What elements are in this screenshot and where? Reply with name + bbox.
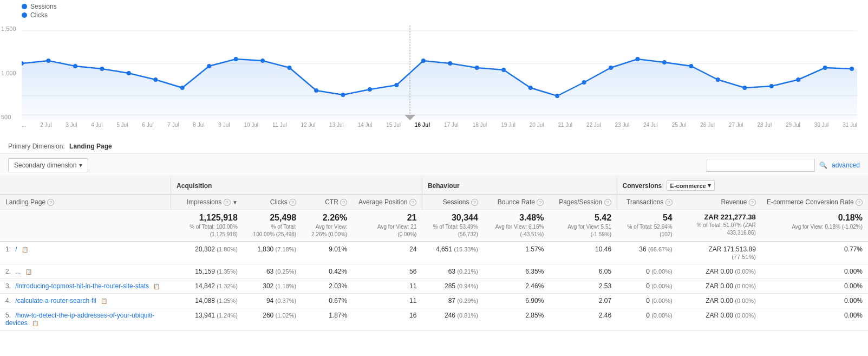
cell-impressions: 14,088 (1.25%) — [171, 294, 243, 308]
behaviour-section-header: Behaviour — [422, 177, 617, 195]
cell-ctr: 0.42% — [302, 264, 353, 279]
sort-desc-icon[interactable]: ▼ — [232, 199, 238, 205]
col-sessions: Sessions ? — [422, 195, 483, 210]
cell-sessions: 4,651 (15.33%) — [422, 242, 483, 264]
page-link[interactable]: /calculate-a-router-search-fil — [15, 297, 96, 305]
copy-icon[interactable]: 📋 — [101, 298, 107, 304]
svg-point-32 — [769, 84, 774, 88]
impressions-help-icon[interactable]: ? — [224, 199, 231, 206]
row-number: 1. — [5, 245, 11, 253]
cell-avg-pos: 11 — [353, 279, 422, 294]
cell-clicks: 260 (1.02%) — [243, 308, 302, 331]
data-table: Acquisition Behaviour Conversions E-comm… — [0, 177, 868, 331]
cell-pages-session: 10.46 — [549, 242, 617, 264]
cell-ecomm-rate: 0.00% — [761, 264, 868, 279]
copy-icon[interactable]: 📋 — [25, 269, 32, 275]
cell-landing-page: 2. ... 📋 — [0, 264, 171, 279]
cell-clicks: 302 (1.18%) — [243, 279, 302, 294]
col-pages-session: Pages/Session ? — [549, 195, 617, 210]
row-number: 2. — [5, 268, 11, 275]
cell-sessions: 246 (0.81%) — [422, 308, 483, 331]
cell-transactions: 0 (0.00%) — [617, 279, 678, 294]
ecomm-help-icon[interactable]: ? — [856, 199, 863, 206]
ecommerce-dropdown[interactable]: E-commerce ▾ — [667, 182, 715, 190]
cell-ecomm-rate: 0.00% — [761, 294, 868, 308]
svg-point-26 — [609, 66, 613, 70]
search-icon[interactable]: 🔍 — [819, 161, 827, 169]
bounce-help-icon[interactable]: ? — [537, 199, 544, 206]
clicks-legend-dot — [22, 12, 27, 18]
cell-impressions: 15,159 (1.35%) — [171, 264, 243, 279]
cell-ctr: 1.87% — [302, 308, 353, 331]
x-axis: ... 2 Jul 3 Jul 4 Jul 5 Jul 6 Jul 7 Jul … — [22, 120, 857, 128]
advanced-link[interactable]: advanced — [832, 161, 860, 169]
cell-transactions: 0 (0.00%) — [617, 264, 678, 279]
cell-avg-pos: 11 — [353, 294, 422, 308]
page-link[interactable]: ... — [15, 268, 21, 275]
primary-dim-value: Landing Page — [69, 143, 112, 150]
controls-bar: Secondary dimension ▾ 🔍 advanced — [0, 154, 868, 177]
totals-ecomm: 0.18% Avg for View: 0.18% (-1.02%) — [761, 210, 868, 242]
acquisition-section-header: Acquisition — [171, 177, 422, 195]
svg-point-21 — [475, 66, 479, 70]
pages-help-icon[interactable]: ? — [604, 199, 611, 206]
col-clicks: Clicks ? — [243, 195, 302, 210]
cell-bounce-rate: 1.57% — [484, 242, 549, 264]
svg-point-12 — [234, 57, 238, 61]
clicks-help-icon[interactable]: ? — [289, 199, 296, 206]
revenue-help-icon[interactable]: ? — [749, 199, 756, 206]
ctr-help-icon[interactable]: ? — [340, 199, 347, 206]
svg-point-23 — [528, 86, 533, 90]
cell-ecomm-rate: 0.00% — [761, 308, 868, 331]
secondary-dimension-button[interactable]: Secondary dimension ▾ — [8, 158, 88, 172]
totals-row: 1,125,918 % of Total: 100.00% (1,125,918… — [0, 210, 868, 242]
avg-pos-help-icon[interactable]: ? — [409, 199, 416, 206]
cell-revenue: ZAR 171,513.89 (77.51%) — [678, 242, 761, 264]
copy-icon[interactable]: 📋 — [22, 247, 28, 253]
cell-ctr: 2.03% — [302, 279, 353, 294]
cell-sessions: 63 (0.21%) — [422, 264, 483, 279]
cell-revenue: ZAR 0.00 (0.00%) — [678, 294, 761, 308]
cell-ecomm-rate: 0.77% — [761, 242, 868, 264]
landing-page-help-icon[interactable]: ? — [47, 199, 54, 206]
totals-bounce: 3.48% Avg for View: 6.16% (-43.51%) — [484, 210, 549, 242]
cell-impressions: 13,941 (1.24%) — [171, 308, 243, 331]
primary-dim-label: Primary Dimension: — [8, 143, 65, 150]
page-link[interactable]: / — [15, 245, 17, 253]
col-landing-page: Landing Page ? — [0, 195, 171, 210]
table-row: 3. /introducing-topmost-hit-in-the-route… — [0, 279, 868, 294]
data-table-container: Acquisition Behaviour Conversions E-comm… — [0, 177, 868, 331]
cell-sessions: 87 (0.29%) — [422, 294, 483, 308]
totals-sessions: 30,344 % of Total: 53.49% (56,732) — [422, 210, 483, 242]
sessions-help-icon[interactable]: ? — [471, 199, 478, 206]
col-impressions: Impressions ? ▼ — [171, 195, 243, 210]
trans-help-icon[interactable]: ? — [665, 199, 673, 206]
svg-point-35 — [850, 67, 854, 71]
totals-pages: 5.42 Avg for View: 5.51 (-1.59%) — [549, 210, 617, 242]
svg-point-28 — [662, 60, 667, 64]
svg-point-24 — [555, 94, 559, 98]
cell-pages-session: 2.53 — [549, 279, 617, 294]
search-input[interactable] — [707, 159, 815, 172]
page-link[interactable]: /introducing-topmost-hit-in-the-router-s… — [15, 282, 149, 290]
copy-icon[interactable]: 📋 — [153, 283, 160, 289]
cell-clicks: 1,830 (7.18%) — [243, 242, 302, 264]
totals-revenue: ZAR 221,277.38 % of Total: 51.07% (ZAR 4… — [678, 210, 761, 242]
cell-transactions: 0 (0.00%) — [617, 308, 678, 331]
cell-bounce-rate: 6.35% — [484, 264, 549, 279]
col-revenue: Revenue ? — [678, 195, 761, 210]
cell-pages-session: 6.05 — [549, 264, 617, 279]
col-avg-position: Average Position ? — [353, 195, 422, 210]
lp-section-header — [0, 177, 171, 195]
page-link[interactable]: /how-to-detect-the-ip-addresses-of-your-… — [5, 312, 154, 327]
cell-avg-pos: 24 — [353, 242, 422, 264]
col-ecomm-rate: E-commerce Conversion Rate ? — [761, 195, 868, 210]
cell-transactions: 0 (0.00%) — [617, 294, 678, 308]
col-ctr: CTR ? — [302, 195, 353, 210]
sessions-legend-dot — [22, 4, 27, 9]
svg-point-34 — [823, 66, 827, 70]
copy-icon[interactable]: 📋 — [32, 320, 38, 326]
ecommerce-dropdown-btn[interactable]: E-commerce ▾ — [667, 180, 715, 191]
svg-point-6 — [73, 64, 77, 68]
clicks-legend-item: Clicks — [22, 11, 868, 19]
